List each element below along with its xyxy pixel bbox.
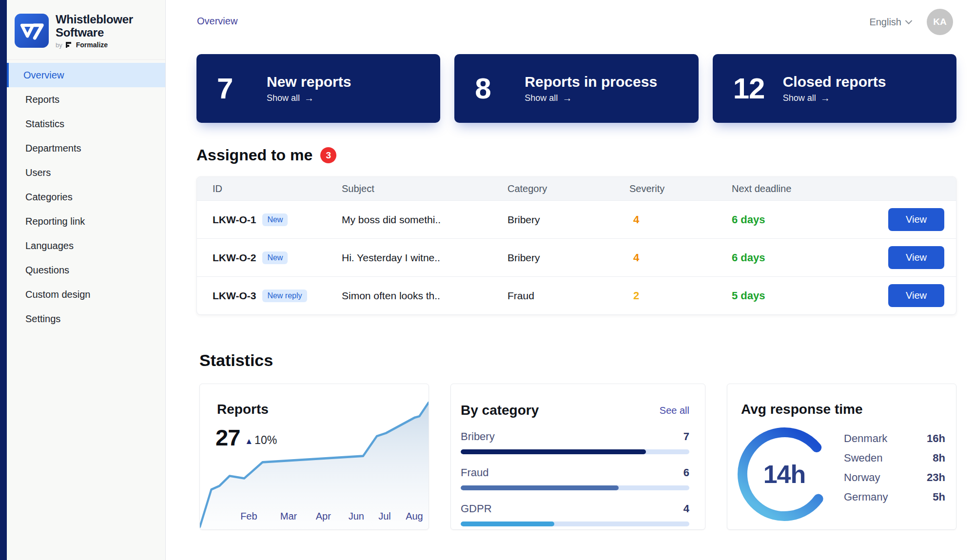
trend-value: 10% <box>254 434 277 447</box>
sidebar: Whistleblower Software by Formalize Over… <box>7 0 166 560</box>
report-subject: Simon often looks th.. <box>342 290 507 302</box>
category-bar: GDPR 4 <box>461 502 689 526</box>
show-all-label: Show all <box>783 93 816 103</box>
statistics-panels: Feb Mar Apr Jun Jul Aug Reports 27 ▲ 10%… <box>166 370 975 530</box>
sidebar-item-overview[interactable]: Overview <box>7 63 165 87</box>
legend-label: Germany <box>844 491 888 503</box>
chevron-down-icon <box>905 20 912 24</box>
panel-title: Reports <box>217 402 269 417</box>
report-deadline: 5 days <box>732 290 878 302</box>
summary-title: New reports <box>267 74 351 90</box>
summary-count: 12 <box>733 72 768 105</box>
sidebar-item-languages[interactable]: Languages <box>7 233 165 258</box>
assigned-count-badge: 3 <box>320 147 336 163</box>
legend-label: Sweden <box>844 452 883 464</box>
legend-row: Germany 5h <box>844 487 945 507</box>
byline-prefix: by <box>56 41 62 49</box>
show-all-label: Show all <box>525 93 558 103</box>
summary-card-closed[interactable]: 12 Closed reports Show all → <box>713 54 956 123</box>
bar-fill <box>461 485 619 490</box>
col-header-category: Category <box>507 183 629 194</box>
sidebar-item-reporting-link[interactable]: Reporting link <box>7 209 165 233</box>
show-all-link[interactable]: Show all → <box>783 93 886 104</box>
logo-text: Whistleblower Software by Formalize <box>56 13 133 49</box>
bar-fill <box>461 449 646 454</box>
language-label: English <box>869 17 901 28</box>
legend-row: Denmark 16h <box>844 429 945 448</box>
table-row: LKW-O-1 New My boss did somethi.. Briber… <box>197 200 956 238</box>
status-badge: New <box>262 213 288 226</box>
sidebar-item-departments[interactable]: Departments <box>7 136 165 160</box>
legend-label: Denmark <box>844 432 887 445</box>
summary-card-in-process[interactable]: 8 Reports in process Show all → <box>454 54 698 123</box>
see-all-link[interactable]: See all <box>660 405 689 416</box>
report-severity: 4 <box>629 213 732 226</box>
x-axis-label: Apr <box>316 511 331 522</box>
report-deadline: 6 days <box>732 251 878 264</box>
reports-total: 27 <box>215 424 240 451</box>
report-subject: My boss did somethi.. <box>342 214 507 226</box>
whistleblower-logo-icon <box>15 14 49 48</box>
legend-value: 23h <box>927 471 945 484</box>
summary-count: 8 <box>475 72 510 105</box>
avatar[interactable]: KA <box>927 9 953 35</box>
sidebar-item-settings[interactable]: Settings <box>7 307 165 331</box>
show-all-link[interactable]: Show all → <box>267 93 351 104</box>
bar-label: Bribery <box>461 430 495 443</box>
col-header-subject: Subject <box>342 183 507 194</box>
logo-title-line2: Software <box>56 26 133 39</box>
col-header-id: ID <box>213 183 342 194</box>
avg-response-panel: Avg response time 14h Denmark 16h <box>727 384 956 530</box>
topbar: Overview English KA <box>166 0 975 44</box>
panel-title: By category <box>461 403 539 418</box>
legend-value: 8h <box>933 452 945 464</box>
app-logo[interactable]: Whistleblower Software by Formalize <box>7 0 165 60</box>
legend-row: Sweden 8h <box>844 448 945 468</box>
sidebar-item-users[interactable]: Users <box>7 160 165 185</box>
assigned-title: Assigned to me <box>196 146 312 164</box>
bar-fill <box>461 521 554 526</box>
topbar-right: English KA <box>869 9 953 35</box>
language-selector[interactable]: English <box>869 17 912 28</box>
show-all-link[interactable]: Show all → <box>525 93 657 104</box>
summary-title: Closed reports <box>783 74 886 90</box>
x-axis-label: Aug <box>406 511 423 522</box>
view-button[interactable]: View <box>888 246 944 269</box>
category-bar: Fraud 6 <box>461 466 689 490</box>
status-badge: New <box>262 251 288 264</box>
view-button[interactable]: View <box>888 284 944 307</box>
reports-chart-panel: Feb Mar Apr Jun Jul Aug Reports 27 ▲ 10% <box>199 384 429 530</box>
sidebar-item-categories[interactable]: Categories <box>7 185 165 209</box>
legend-value: 16h <box>927 432 945 445</box>
show-all-label: Show all <box>267 93 300 103</box>
report-id: LKW-O-3 <box>213 290 256 302</box>
bar-track <box>461 485 689 490</box>
view-button[interactable]: View <box>888 208 944 231</box>
summary-count: 7 <box>217 72 252 105</box>
reports-line-chart <box>200 400 429 529</box>
breadcrumb[interactable]: Overview <box>197 16 237 27</box>
col-header-severity: Severity <box>629 183 732 194</box>
report-category: Bribery <box>507 252 629 264</box>
table-row: LKW-O-2 New Hi. Yesterday I witne.. Brib… <box>197 238 956 276</box>
avg-response-value: 14h <box>736 425 833 523</box>
sidebar-item-questions[interactable]: Questions <box>7 258 165 282</box>
sidebar-nav: Overview Reports Statistics Departments … <box>7 60 165 331</box>
summary-card-new-reports[interactable]: 7 New reports Show all → <box>196 54 440 123</box>
byline-brand: Formalize <box>76 41 108 49</box>
trend-up-icon: ▲ <box>245 437 253 446</box>
sidebar-item-custom-design[interactable]: Custom design <box>7 282 165 307</box>
bar-value: 6 <box>683 466 689 479</box>
report-severity: 2 <box>629 290 732 302</box>
report-category: Bribery <box>507 214 629 226</box>
logo-title-line1: Whistleblower <box>56 13 133 26</box>
sidebar-item-statistics[interactable]: Statistics <box>7 112 165 136</box>
trend-indicator: ▲ 10% <box>245 434 277 447</box>
sidebar-item-reports[interactable]: Reports <box>7 87 165 112</box>
bar-track <box>461 521 689 526</box>
response-legend: Denmark 16h Sweden 8h Norway 23h Germany… <box>844 429 945 507</box>
statistics-title: Statistics <box>166 315 975 370</box>
legend-value: 5h <box>933 491 945 503</box>
main-content: Overview English KA 7 New reports Show a… <box>166 0 975 560</box>
x-axis-label: Mar <box>280 511 297 522</box>
